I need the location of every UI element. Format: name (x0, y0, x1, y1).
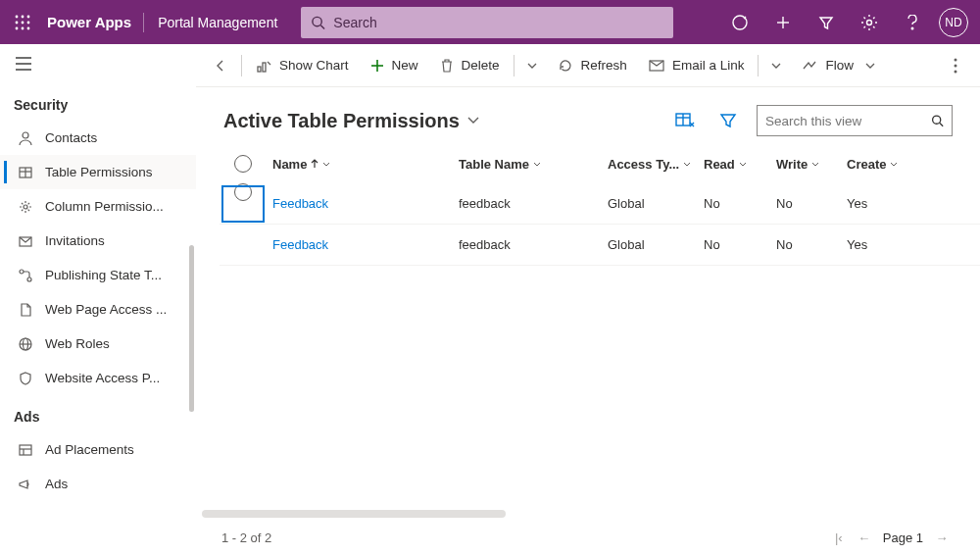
target-icon[interactable] (721, 4, 759, 41)
person-icon (18, 130, 33, 146)
row-select-checkbox[interactable] (220, 183, 267, 225)
select-all-checkbox[interactable] (220, 155, 267, 173)
sidebar-item-contacts[interactable]: Contacts (0, 121, 196, 155)
pager-first[interactable]: |‹ (826, 530, 852, 545)
svg-point-44 (933, 116, 941, 124)
chevron-down-icon (467, 117, 479, 125)
pager-current: Page 1 (883, 530, 923, 545)
email-link-button[interactable]: Email a Link (639, 49, 755, 82)
brand-label: Power Apps (45, 14, 137, 30)
funnel-icon (719, 112, 737, 129)
columns-icon (675, 112, 695, 129)
refresh-button[interactable]: Refresh (548, 49, 637, 82)
new-button[interactable]: New (361, 49, 428, 82)
column-header-name[interactable]: Name (272, 157, 459, 172)
chart-icon (256, 58, 271, 74)
table-icon (18, 165, 33, 180)
svg-point-1 (22, 15, 24, 18)
sidebar-item-invitations[interactable]: Invitations (0, 224, 196, 258)
sidebar-item-website-access[interactable]: Website Access P... (0, 361, 196, 395)
view-search-input[interactable] (765, 114, 931, 128)
column-header-write[interactable]: Write (776, 157, 847, 172)
svg-point-5 (27, 21, 30, 24)
mail-icon (649, 59, 664, 73)
user-avatar[interactable]: ND (939, 8, 968, 37)
svg-rect-30 (20, 445, 31, 455)
svg-point-6 (16, 26, 19, 29)
pager-prev[interactable]: ← (852, 530, 877, 545)
svg-point-39 (955, 64, 957, 67)
help-icon[interactable] (894, 4, 931, 41)
nav-section-security: Security (0, 83, 196, 121)
svg-point-8 (27, 26, 30, 29)
column-header-read[interactable]: Read (704, 157, 776, 172)
svg-point-15 (911, 27, 913, 29)
more-vertical-icon (954, 58, 957, 74)
overflow-button[interactable] (939, 49, 972, 82)
nav-collapse-button[interactable] (0, 44, 196, 83)
global-search-input[interactable] (333, 15, 663, 30)
show-chart-button[interactable]: Show Chart (246, 49, 359, 82)
app-launcher-icon[interactable] (6, 6, 39, 39)
chevron-down-icon (890, 162, 898, 167)
chevron-down-icon (811, 162, 819, 167)
svg-line-45 (940, 123, 943, 126)
nav-scrollbar[interactable] (189, 245, 194, 412)
flow-button[interactable]: Flow (792, 49, 885, 82)
command-bar: Show Chart New Delete Refresh Email a Li… (196, 44, 980, 87)
sidebar-item-web-page-access[interactable]: Web Page Access ... (0, 292, 196, 327)
back-button[interactable] (204, 49, 237, 82)
nav-section-ads: Ads (0, 395, 196, 432)
view-search[interactable] (757, 105, 953, 136)
horizontal-scrollbar[interactable] (202, 510, 506, 518)
svg-point-25 (20, 270, 24, 274)
gear-icon (18, 199, 33, 215)
pager-next[interactable]: → (929, 530, 955, 545)
page-icon (18, 302, 33, 318)
delete-button[interactable]: Delete (430, 49, 510, 82)
svg-point-19 (23, 132, 28, 138)
add-icon[interactable] (764, 4, 802, 41)
refresh-icon (558, 58, 573, 74)
svg-point-23 (24, 205, 27, 209)
row-name-link[interactable]: Feedback (272, 196, 328, 211)
sidebar-item-ads[interactable]: Ads (0, 467, 196, 501)
chevron-down-icon (865, 63, 875, 69)
chevron-down-icon (527, 63, 537, 69)
view-title: Active Table Permissions (223, 110, 460, 132)
left-nav: Security Contacts Table Permissions Colu… (0, 44, 196, 555)
view-selector[interactable]: Active Table Permissions (223, 110, 479, 132)
delete-split-button[interactable] (518, 49, 546, 82)
back-arrow-icon (213, 58, 228, 74)
email-split-button[interactable] (762, 49, 790, 82)
mail-icon (18, 233, 33, 249)
settings-icon[interactable] (851, 4, 888, 41)
sort-asc-icon (311, 159, 318, 169)
sidebar-item-publishing-state[interactable]: Publishing State T... (0, 258, 196, 292)
table-row[interactable]: Feedback feedback Global No No Yes (220, 225, 980, 266)
svg-point-3 (16, 21, 19, 24)
chevron-down-icon (322, 162, 330, 167)
svg-point-38 (955, 58, 957, 61)
sidebar-item-web-roles[interactable]: Web Roles (0, 327, 196, 361)
shield-icon (18, 371, 33, 386)
column-header-access-type[interactable]: Access Ty... (608, 157, 704, 172)
flow-icon (802, 59, 817, 73)
edit-filters-button[interactable] (713, 106, 743, 135)
svg-point-2 (27, 15, 30, 18)
sidebar-item-table-permissions[interactable]: Table Permissions (0, 155, 196, 189)
column-header-create[interactable]: Create (847, 157, 925, 172)
sidebar-item-ad-placements[interactable]: Ad Placements (0, 432, 196, 467)
flow-icon (18, 268, 33, 283)
table-row[interactable]: Feedback feedback Global No No Yes (220, 183, 980, 225)
sidebar-item-column-permissions[interactable]: Column Permissio... (0, 189, 196, 224)
column-header-table-name[interactable]: Table Name (459, 157, 608, 172)
plus-icon (370, 59, 384, 73)
megaphone-icon (18, 477, 33, 492)
edit-columns-button[interactable] (670, 106, 700, 135)
svg-rect-33 (258, 67, 261, 72)
row-name-link[interactable]: Feedback (272, 237, 328, 252)
global-search[interactable] (301, 7, 673, 38)
record-range: 1 - 2 of 2 (221, 530, 271, 545)
filter-icon[interactable] (808, 4, 845, 41)
